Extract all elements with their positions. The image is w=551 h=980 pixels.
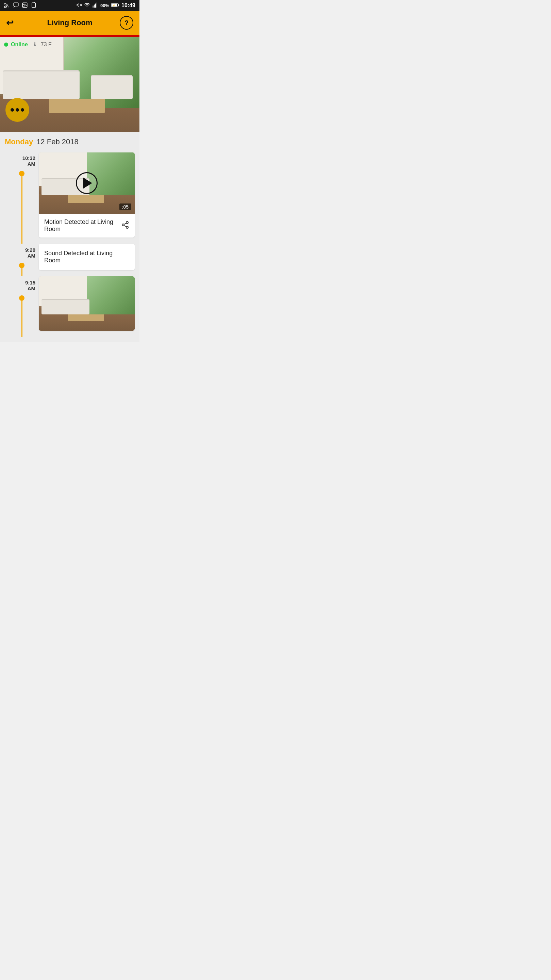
thermometer-icon: 🌡 [32, 41, 38, 48]
duration-badge-1: :05 [119, 204, 131, 210]
content-area: Monday 12 Feb 2018 10:32 AM [0, 132, 140, 342]
timeline-dot-3 [19, 295, 24, 301]
timeline-dot-2 [19, 263, 24, 268]
help-icon: ? [124, 19, 129, 27]
chat-icon [13, 2, 19, 9]
svg-point-3 [24, 4, 24, 5]
temperature-label: 73 F [41, 41, 52, 48]
time-display: 10:49 [121, 2, 135, 8]
video-thumbnail-1[interactable]: :05 [39, 153, 135, 214]
motion-event-card-1[interactable]: :05 Motion Detected at Living Room [39, 153, 135, 237]
event-label-1: Motion Detected at Living Room [39, 214, 135, 237]
signal-icon [92, 2, 98, 9]
event-card-2: Sound Detected at Living Room [39, 243, 135, 276]
more-options-button[interactable] [5, 98, 29, 122]
timeline-line-3 [21, 301, 22, 337]
svg-line-19 [124, 225, 127, 227]
online-label: Online [11, 41, 28, 48]
sound-event-text: Sound Detected at Living Room [44, 250, 113, 264]
svg-rect-8 [93, 5, 94, 8]
svg-line-20 [124, 223, 127, 224]
status-bar-icons [4, 2, 37, 9]
cast-icon [4, 2, 10, 9]
dot-2 [16, 108, 19, 111]
svg-rect-4 [32, 3, 36, 8]
timeline-col-3: 9:15 AM [5, 276, 39, 337]
svg-text:⚡: ⚡ [113, 4, 115, 7]
date-header: Monday 12 Feb 2018 [5, 137, 135, 146]
video-thumbnail-3[interactable] [39, 276, 135, 331]
clipboard-icon [30, 2, 37, 9]
online-indicator [4, 43, 8, 47]
svg-rect-9 [94, 5, 95, 8]
camera-status-overlay: Online 🌡 73 F [4, 41, 52, 48]
time-915: 9:15 AM [8, 276, 35, 291]
timeline-dot-1 [19, 171, 24, 176]
event-card-1: :05 Motion Detected at Living Room [39, 153, 135, 243]
timeline-col-1: 10:32 AM [5, 153, 39, 243]
sound-event-card[interactable]: Sound Detected at Living Room [39, 243, 135, 270]
svg-rect-1 [14, 3, 18, 6]
status-bar: 90% ⚡ 10:49 [0, 0, 140, 11]
time-1032: 10:32 AM [8, 153, 35, 167]
timeline-entry-1: 10:32 AM [5, 153, 135, 243]
svg-rect-0 [5, 6, 6, 8]
wifi-icon [84, 2, 90, 9]
play-button-1[interactable] [76, 172, 98, 194]
battery-label: 90% [100, 3, 109, 8]
help-button[interactable]: ? [120, 16, 133, 30]
svg-rect-14 [118, 4, 119, 6]
dot-1 [11, 108, 14, 111]
svg-rect-11 [97, 2, 97, 8]
play-icon-1 [83, 178, 92, 189]
date-text: 12 Feb 2018 [37, 137, 79, 146]
event-text-1: Motion Detected at Living Room [44, 218, 121, 233]
dot-3 [21, 108, 24, 111]
back-button[interactable]: ↩ [6, 18, 14, 28]
image-icon [22, 2, 28, 9]
mute-icon [76, 2, 82, 9]
battery-icon: ⚡ [111, 3, 119, 8]
app-header: ↩ Living Room ? [0, 11, 140, 35]
timeline-line-1 [21, 176, 22, 243]
camera-view[interactable]: Online 🌡 73 F [0, 37, 140, 132]
timeline-entry-2: 9:20 AM Sound Detected at Living Room [5, 243, 135, 276]
share-button-1[interactable] [121, 221, 129, 231]
svg-rect-10 [95, 3, 96, 8]
day-name: Monday [5, 137, 33, 146]
motion-event-card-3[interactable] [39, 276, 135, 331]
page-title: Living Room [47, 18, 92, 27]
timeline-line-2 [21, 268, 22, 276]
time-920: 9:20 AM [8, 243, 35, 259]
back-arrow-icon: ↩ [6, 18, 14, 28]
status-bar-right: 90% ⚡ 10:49 [76, 2, 135, 9]
timeline-entry-3: 9:15 AM [5, 276, 135, 337]
timeline: 10:32 AM [5, 153, 135, 337]
event-card-3 [39, 276, 135, 337]
timeline-col-2: 9:20 AM [5, 243, 39, 276]
